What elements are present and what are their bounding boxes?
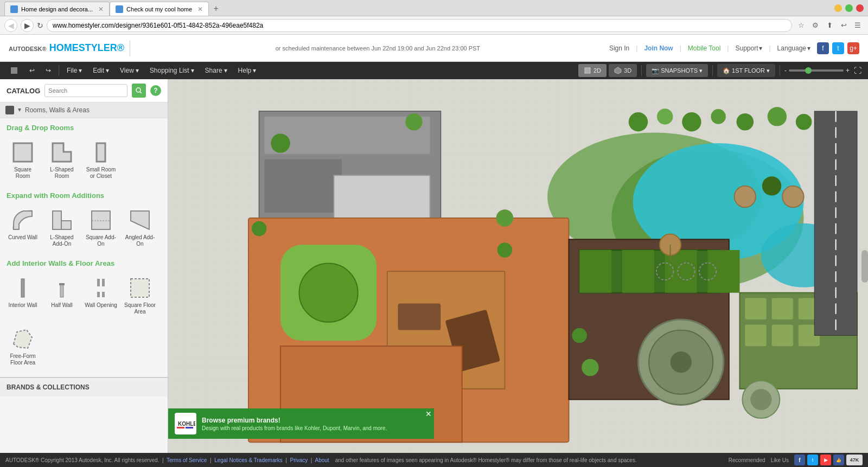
floor-label: 1ST FLOOR xyxy=(732,67,765,74)
maximize-button[interactable] xyxy=(845,4,853,12)
breadcrumb-label: Rooms, Walls & Areas xyxy=(25,106,90,114)
close-window-button[interactable] xyxy=(856,4,864,12)
svg-point-59 xyxy=(405,113,422,130)
square-room-icon xyxy=(10,139,36,165)
extension-icon-2[interactable]: ⬆ xyxy=(824,20,835,31)
footer-copyright: AUTODESK® Copyright 2013 Autodesk, Inc. … xyxy=(5,457,159,463)
footer-count[interactable]: 47K xyxy=(846,455,863,465)
floor-selector[interactable]: 🏠 1ST FLOOR ▾ xyxy=(717,64,775,77)
addon-l-shaped[interactable]: L-Shaped Add-On xyxy=(43,205,80,250)
wall-interior[interactable]: Interior Wall xyxy=(4,273,41,317)
footer-legal[interactable]: Legal Notices & Trademarks xyxy=(214,457,283,463)
forward-button[interactable]: ▶ xyxy=(21,19,34,32)
snapshots-button[interactable]: 📷 SNAPSHOTS ▾ xyxy=(646,64,708,77)
sign-in-link[interactable]: Sign In xyxy=(609,44,629,52)
fullscreen-button[interactable]: ⛶ xyxy=(852,66,864,75)
svg-point-65 xyxy=(629,112,648,131)
l-add-label: L-Shaped Add-On xyxy=(46,234,78,247)
floor-area-square[interactable]: Square Floor Area xyxy=(122,273,158,317)
support-menu[interactable]: Support ▾ xyxy=(735,44,762,52)
zoom-minus[interactable]: - xyxy=(784,67,787,74)
svg-rect-54 xyxy=(772,325,793,346)
footer-facebook[interactable]: f xyxy=(794,455,805,465)
brands-collections[interactable]: BRANDS & COLLECTIONS xyxy=(0,377,168,396)
menu-edit[interactable]: Edit ▾ xyxy=(87,62,114,79)
floor-plan-svg xyxy=(168,79,868,453)
footer-privacy[interactable]: Privacy xyxy=(290,457,308,463)
catalog-search-input[interactable] xyxy=(44,84,127,97)
svg-point-62 xyxy=(497,242,513,258)
footer-terms[interactable]: Terms of Service xyxy=(167,457,207,463)
gplus-icon[interactable]: g+ xyxy=(847,42,859,54)
3d-icon xyxy=(614,67,622,74)
browser-tab-1[interactable]: Home design and decora... ✕ xyxy=(4,2,110,16)
mobile-tool-link[interactable]: Mobile Tool xyxy=(688,44,720,52)
menu-undo[interactable]: ↩ xyxy=(24,62,40,79)
tab-close-1[interactable]: ✕ xyxy=(98,5,104,13)
wall-opening[interactable]: Wall Opening xyxy=(82,273,119,317)
wall-half[interactable]: Half Wall xyxy=(43,273,80,317)
curved-wall-label: Curved Wall xyxy=(8,234,37,241)
angled-add-icon xyxy=(127,207,153,233)
minimize-button[interactable] xyxy=(834,4,842,12)
view-2d-button[interactable]: 2D xyxy=(578,64,607,77)
twitter-icon[interactable]: t xyxy=(832,42,844,54)
menu-shopping-list[interactable]: Shopping List ▾ xyxy=(144,62,200,79)
svg-rect-82 xyxy=(186,427,193,428)
tab-close-2[interactable]: ✕ xyxy=(197,5,203,13)
addon-square[interactable]: Square Add-On xyxy=(82,205,119,250)
floor-area-icon xyxy=(127,275,153,301)
nav-breadcrumb: Rooms, Walls & Areas xyxy=(0,103,168,118)
help-icon[interactable]: ? xyxy=(150,85,161,96)
menu-redo[interactable]: ↪ xyxy=(40,62,56,79)
toolbar-tools: 2D 3D 📷 SNAPSHOTS ▾ 🏠 1ST FLOOR ▾ - + ⛶ xyxy=(578,64,864,77)
catalog-search-button[interactable] xyxy=(132,84,146,98)
support-label: Support xyxy=(735,44,758,52)
room-square[interactable]: Square Room xyxy=(4,137,41,182)
footer-youtube[interactable]: ▶ xyxy=(820,455,831,465)
svg-point-69 xyxy=(737,113,754,130)
back-button[interactable]: ◀ xyxy=(4,19,17,32)
canvas-area[interactable]: 8'0" 16'0" 24'0" 32'0" ✕ KOHLER Browse p… xyxy=(168,79,868,453)
extension-icon-1[interactable]: ⚙ xyxy=(809,20,821,31)
menu-view[interactable]: View ▾ xyxy=(114,62,144,79)
divider-1: | xyxy=(636,44,637,52)
language-menu[interactable]: Language ▾ xyxy=(777,44,810,52)
extension-icon-3[interactable]: ↩ xyxy=(838,20,850,31)
half-wall-label: Half Wall xyxy=(51,302,73,309)
room-small[interactable]: Small Room or Closet xyxy=(82,137,119,182)
wall-opening-shape xyxy=(90,277,112,299)
scroll-indicator[interactable] xyxy=(861,250,868,283)
svg-point-63 xyxy=(572,328,587,343)
angled-add-label: Angled Add-On xyxy=(124,234,156,247)
nav-home-icon[interactable] xyxy=(5,106,14,114)
footer-about[interactable]: About xyxy=(315,457,329,463)
footer-right: Recommended Like Us f t ▶ 👍 47K xyxy=(729,455,863,465)
ad-close-button[interactable]: ✕ xyxy=(425,410,432,418)
small-room-icon xyxy=(88,139,114,165)
bottom-bar: AUTODESK® Copyright 2013 Autodesk, Inc. … xyxy=(0,453,868,467)
footer-twitter[interactable]: t xyxy=(807,455,818,465)
join-now-link[interactable]: Join Now xyxy=(644,44,673,52)
floor-area-freeform[interactable]: Free-Form Floor Area xyxy=(4,324,41,368)
menu-share[interactable]: Share ▾ xyxy=(200,62,233,79)
refresh-button[interactable]: ↻ xyxy=(37,21,43,30)
browser-tab-2[interactable]: Check out my cool home ✕ xyxy=(110,2,209,16)
menu-help[interactable]: Help ▾ xyxy=(233,62,262,79)
url-bar[interactable] xyxy=(47,19,792,32)
menu-file[interactable]: File ▾ xyxy=(61,62,87,79)
extension-icon-4[interactable]: ☰ xyxy=(852,20,864,31)
view-3d-button[interactable]: 3D xyxy=(609,64,637,77)
addon-angled[interactable]: Angled Add-On xyxy=(122,205,158,250)
footer-fb-like[interactable]: 👍 xyxy=(833,455,844,465)
zoom-control[interactable]: - + xyxy=(784,64,850,77)
wall-curved[interactable]: Curved Wall xyxy=(4,205,41,250)
zoom-plus[interactable]: + xyxy=(846,67,850,74)
int-wall-shape xyxy=(11,277,34,299)
bookmark-icon[interactable]: ☆ xyxy=(795,20,807,31)
facebook-icon[interactable]: f xyxy=(817,42,829,54)
room-l-shaped[interactable]: L-Shaped Room xyxy=(43,137,80,182)
new-tab-button[interactable]: + xyxy=(209,2,223,16)
menu-file-icon[interactable] xyxy=(4,62,24,79)
toolbar-sep xyxy=(641,65,642,76)
